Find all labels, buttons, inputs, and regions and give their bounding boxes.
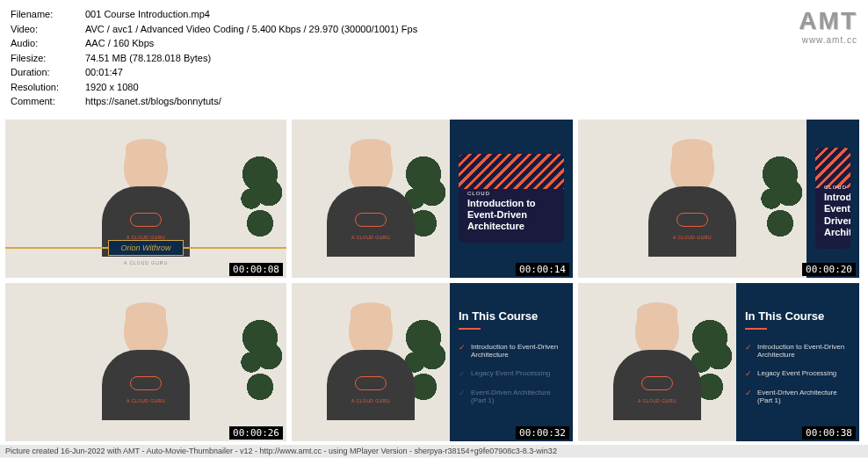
video-label: Video:: [11, 22, 85, 37]
header: Filename:001 Course Introduction.mp4 Vid…: [0, 0, 868, 116]
course-item: Introduction to Event-Driven Architectur…: [757, 343, 850, 359]
name-banner: Orion Withrow: [5, 237, 286, 258]
slide-title: Introduction to Event-Driven Architectur…: [467, 198, 555, 233]
comment-label: Comment:: [11, 94, 85, 109]
comment-value: https://sanet.st/blogs/bonnytuts/: [85, 94, 799, 109]
thumbnail-4: A CLOUD GURU 00:00:26: [5, 283, 286, 441]
timestamp: 00:00:08: [229, 263, 283, 276]
thumbnail-5: A CLOUD GURU In This Course ✓Introductio…: [292, 283, 573, 441]
thumbnail-1: A CLOUD GURU Orion Withrow A CLOUD GURU …: [5, 120, 286, 278]
course-heading: In This Course: [459, 309, 564, 330]
thumbnail-6: A CLOUD GURU In This Course ✓Introductio…: [578, 283, 859, 441]
check-icon: ✓: [745, 389, 752, 404]
logo: AMT www.amt.cc: [799, 7, 857, 109]
duration-value: 00:01:47: [85, 65, 799, 80]
check-icon: ✓: [459, 389, 466, 404]
logo-text: AMT: [799, 7, 857, 35]
presenter-name: Orion Withrow: [108, 240, 184, 256]
duration-label: Duration:: [11, 65, 85, 80]
video-value: AVC / avc1 / Advanced Video Coding / 5.4…: [85, 22, 799, 37]
course-item: Legacy Event Processing: [757, 369, 836, 378]
timestamp: 00:00:38: [802, 426, 856, 440]
presenter-org: A CLOUD GURU: [124, 260, 168, 265]
course-item: Introduction to Event-Driven Architectur…: [471, 343, 564, 359]
timestamp: 00:00:20: [802, 263, 856, 276]
course-heading: In This Course: [745, 309, 850, 330]
check-icon: ✓: [459, 369, 466, 378]
check-icon: ✓: [745, 369, 752, 378]
slide-panel-partial: CLOUD Introduction Event-Driven Architec…: [807, 120, 859, 278]
course-item: Legacy Event Processing: [471, 369, 550, 378]
footer-text: Picture created 16-Jun-2022 with AMT - A…: [0, 445, 868, 457]
audio-value: AAC / 160 Kbps: [85, 36, 799, 51]
slide-label: CLOUD: [467, 191, 555, 196]
filename-value: 001 Course Introduction.mp4: [85, 7, 799, 22]
resolution-value: 1920 x 1080: [85, 80, 799, 95]
thumbnail-2: A CLOUD GURU CLOUD Introduction to Event…: [292, 120, 573, 278]
audio-label: Audio:: [11, 36, 85, 51]
filesize-value: 74.51 MB (78.128.018 Bytes): [85, 51, 799, 66]
timestamp: 00:00:26: [229, 426, 283, 440]
timestamp: 00:00:14: [516, 263, 569, 276]
metadata-block: Filename:001 Course Introduction.mp4 Vid…: [11, 7, 799, 109]
check-icon: ✓: [745, 343, 752, 359]
course-item: Event-Driven Architecture (Part 1): [757, 389, 850, 404]
thumbnail-grid: A CLOUD GURU Orion Withrow A CLOUD GURU …: [0, 116, 868, 445]
filesize-label: Filesize:: [11, 51, 85, 66]
course-item: Event-Driven Architecture (Part 1): [471, 389, 564, 404]
course-panel: In This Course ✓Introduction to Event-Dr…: [736, 283, 859, 441]
timestamp: 00:00:32: [516, 426, 569, 440]
check-icon: ✓: [459, 343, 466, 359]
thumbnail-sheet: Filename:001 Course Introduction.mp4 Vid…: [0, 0, 868, 457]
slide-panel: CLOUD Introduction to Event-Driven Archi…: [450, 120, 573, 278]
resolution-label: Resolution:: [11, 80, 85, 95]
filename-label: Filename:: [11, 7, 85, 22]
logo-url: www.amt.cc: [799, 35, 857, 45]
course-panel: In This Course ✓Introduction to Event-Dr…: [450, 283, 573, 441]
thumbnail-3: A CLOUD GURU CLOUD Introduction Event-Dr…: [578, 120, 859, 278]
